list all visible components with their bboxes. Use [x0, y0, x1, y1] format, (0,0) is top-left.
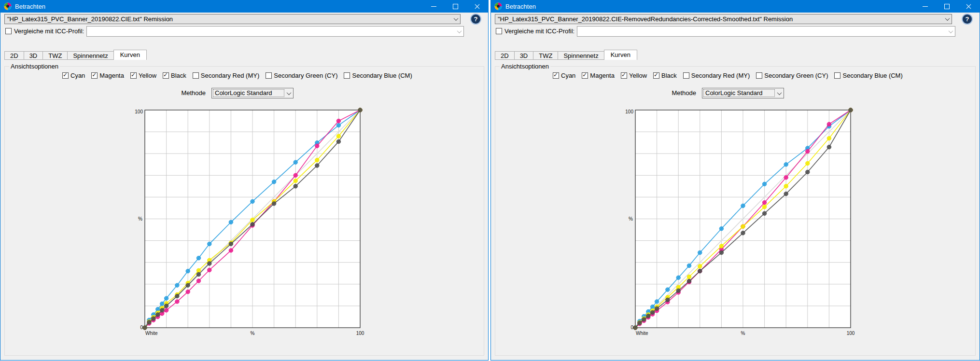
- secondary-red-checkbox[interactable]: [193, 72, 199, 79]
- channel-cyan[interactable]: ✓Cyan: [553, 72, 575, 79]
- methode-combobox[interactable]: ColorLogic Standard: [702, 88, 784, 98]
- secondary-blue-checkbox[interactable]: [834, 72, 840, 79]
- window: Betrachten "HP_Latex315_PVC_Banner_20190…: [490, 0, 980, 361]
- minimize-button[interactable]: [914, 0, 936, 13]
- secondary-green-checkbox[interactable]: [266, 72, 272, 79]
- chevron-down-icon: [943, 17, 952, 21]
- channel-secondary-blue[interactable]: Secondary Blue (CM): [344, 72, 412, 79]
- methode-combo-value: ColorLogic Standard: [213, 89, 284, 97]
- secondary-blue-checkbox[interactable]: [344, 72, 350, 79]
- tab-bar: 2D 3D TWZ Spinnennetz Kurven: [495, 50, 637, 60]
- minimize-icon: [923, 6, 928, 7]
- help-button[interactable]: ?: [962, 14, 973, 25]
- tab-2d[interactable]: 2D: [495, 51, 515, 60]
- channel-cyan[interactable]: ✓Cyan: [62, 72, 85, 79]
- svg-text:%: %: [138, 216, 142, 222]
- maximize-button[interactable]: [445, 0, 466, 13]
- maximize-button[interactable]: [936, 0, 958, 13]
- tab-twz[interactable]: TWZ: [533, 51, 558, 60]
- yellow-checkbox[interactable]: ✓: [130, 72, 137, 79]
- channel-black[interactable]: ✓Black: [163, 72, 186, 79]
- secondary-green-checkbox[interactable]: [756, 72, 762, 79]
- svg-text:%: %: [741, 331, 745, 336]
- svg-text:100: 100: [625, 109, 633, 114]
- tab-2d[interactable]: 2D: [4, 51, 24, 60]
- magenta-checkbox[interactable]: ✓: [582, 72, 588, 79]
- channel-yellow[interactable]: ✓Yellow: [621, 72, 647, 79]
- chevron-down-icon: [455, 30, 463, 33]
- channel-checkbox-row: ✓Cyan ✓Magenta ✓Yellow ✓Black Secondary …: [553, 72, 903, 79]
- channel-secondary-green[interactable]: Secondary Green (CY): [266, 72, 337, 79]
- chevron-down-icon: [284, 92, 293, 95]
- chevron-down-icon: [946, 30, 955, 33]
- file-combo-value: "HP_Latex315_PVC_Banner_20190822.CIE-Rem…: [495, 15, 943, 23]
- svg-text:0: 0: [630, 325, 633, 330]
- channel-magenta[interactable]: ✓Magenta: [91, 72, 124, 79]
- tab-twz[interactable]: TWZ: [42, 51, 68, 60]
- tab-spinnennetz[interactable]: Spinnennetz: [67, 51, 113, 60]
- channel-checkbox-row: ✓Cyan ✓Magenta ✓Yellow ✓Black Secondary …: [62, 72, 412, 79]
- remission-curves-chart: 100%0White%100: [131, 105, 365, 337]
- channel-black[interactable]: ✓Black: [653, 72, 677, 79]
- window: Betrachten "HP_Latex315_PVC_Banner_20190…: [0, 0, 489, 361]
- help-icon: ?: [474, 15, 478, 23]
- maximize-icon: [453, 4, 458, 9]
- svg-text:100: 100: [356, 331, 364, 336]
- titlebar: Betrachten: [491, 0, 980, 13]
- minimize-icon: [431, 6, 436, 7]
- cyan-checkbox[interactable]: ✓: [553, 72, 559, 79]
- icc-compare-label: Vergleiche mit ICC-Profil:: [14, 28, 84, 35]
- svg-text:0: 0: [140, 325, 143, 330]
- tab-3d[interactable]: 3D: [24, 51, 43, 60]
- icc-compare-checkbox[interactable]: [5, 28, 12, 34]
- yellow-checkbox[interactable]: ✓: [621, 72, 627, 79]
- channel-secondary-green[interactable]: Secondary Green (CY): [756, 72, 828, 79]
- maximize-icon: [944, 4, 950, 9]
- channel-yellow[interactable]: ✓Yellow: [130, 72, 156, 79]
- svg-text:White: White: [145, 331, 158, 336]
- window-title: Betrachten: [505, 0, 536, 13]
- channel-secondary-red[interactable]: Secondary Red (MY): [683, 72, 750, 79]
- window-controls: [423, 0, 488, 13]
- app-icon: [494, 2, 502, 10]
- black-checkbox[interactable]: ✓: [163, 72, 169, 79]
- help-icon: ?: [966, 15, 969, 23]
- close-button[interactable]: [466, 0, 488, 13]
- tab-spinnennetz[interactable]: Spinnennetz: [558, 51, 604, 60]
- svg-text:%: %: [251, 331, 255, 336]
- tab-bar: 2D 3D TWZ Spinnennetz Kurven: [4, 50, 146, 60]
- icc-compare-label: Vergleiche mit ICC-Profil:: [504, 28, 574, 35]
- view-options-label: Ansichtsoptionen: [500, 63, 550, 70]
- svg-text:%: %: [629, 216, 633, 222]
- methode-label: Methode: [491, 89, 696, 97]
- file-combobox[interactable]: "HP_Latex315_PVC_Banner_20190822.CIE.txt…: [4, 14, 461, 24]
- icc-profile-combobox[interactable]: [86, 26, 464, 37]
- file-combo-value: "HP_Latex315_PVC_Banner_20190822.CIE.txt…: [5, 15, 451, 23]
- minimize-button[interactable]: [423, 0, 445, 13]
- app-icon: [4, 2, 12, 10]
- secondary-red-checkbox[interactable]: [683, 72, 689, 79]
- channel-magenta[interactable]: ✓Magenta: [582, 72, 615, 79]
- view-options-label: Ansichtsoptionen: [9, 63, 60, 70]
- window-controls: [914, 0, 980, 13]
- black-checkbox[interactable]: ✓: [653, 72, 659, 79]
- titlebar: Betrachten: [0, 0, 488, 13]
- chevron-down-icon: [451, 17, 460, 21]
- tab-3d[interactable]: 3D: [514, 51, 534, 60]
- icc-profile-combobox[interactable]: [577, 26, 955, 37]
- file-combobox[interactable]: "HP_Latex315_PVC_Banner_20190822.CIE-Rem…: [495, 14, 952, 24]
- icc-compare-checkbox[interactable]: [496, 28, 502, 34]
- methode-combo-value: ColorLogic Standard: [703, 89, 775, 97]
- magenta-checkbox[interactable]: ✓: [91, 72, 98, 79]
- remission-curves-chart: 100%0White%100: [621, 105, 856, 337]
- channel-secondary-red[interactable]: Secondary Red (MY): [193, 72, 259, 79]
- methode-combobox[interactable]: ColorLogic Standard: [211, 88, 294, 98]
- tab-kurven[interactable]: Kurven: [604, 50, 637, 60]
- close-button[interactable]: [958, 0, 980, 13]
- help-button[interactable]: ?: [470, 14, 481, 25]
- cyan-checkbox[interactable]: ✓: [62, 72, 69, 79]
- svg-text:White: White: [636, 331, 648, 336]
- tab-kurven[interactable]: Kurven: [113, 50, 147, 60]
- channel-secondary-blue[interactable]: Secondary Blue (CM): [834, 72, 902, 79]
- methode-label: Methode: [0, 89, 206, 97]
